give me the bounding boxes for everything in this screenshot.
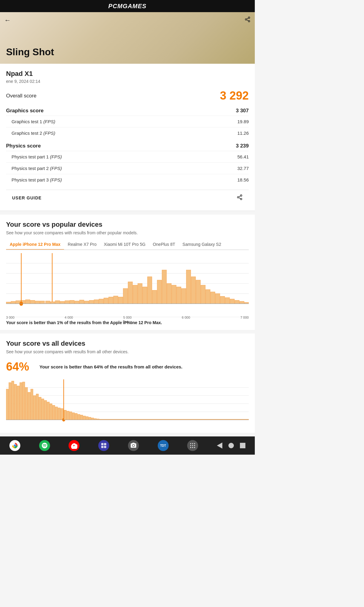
x-axis-label: Score	[6, 320, 249, 324]
comparison-title: Your score vs popular devices	[6, 221, 249, 229]
svg-rect-44	[128, 282, 133, 304]
nav-controls	[217, 443, 245, 449]
svg-point-0	[248, 17, 250, 19]
hero-title: Sling Shot	[6, 46, 54, 58]
overall-score-row: Overall score 3 292	[6, 89, 249, 102]
svg-point-119	[190, 443, 191, 444]
home-nav-button[interactable]	[228, 443, 234, 448]
svg-rect-78	[12, 381, 14, 420]
svg-rect-40	[109, 297, 113, 304]
svg-rect-62	[215, 293, 220, 304]
svg-rect-35	[84, 301, 89, 304]
physics-test1-value: 56.41	[237, 154, 249, 159]
svg-rect-94	[55, 407, 58, 420]
share-button-hero[interactable]	[244, 16, 251, 24]
svg-point-122	[190, 445, 191, 446]
x-label-5000: 5 000	[123, 316, 132, 319]
histogram-svg	[6, 253, 249, 314]
camera-app-icon[interactable]	[128, 440, 139, 451]
svg-rect-49	[152, 290, 157, 304]
svg-line-9	[239, 196, 241, 197]
svg-rect-88	[39, 397, 41, 420]
svg-rect-27	[46, 301, 50, 304]
comparison-section: Your score vs popular devices See how yo…	[0, 215, 255, 330]
recent-nav-button[interactable]	[240, 443, 245, 448]
svg-rect-87	[36, 394, 39, 420]
svg-rect-95	[58, 408, 60, 420]
svg-rect-55	[181, 289, 186, 304]
svg-rect-56	[186, 270, 191, 304]
chrome-app-icon[interactable]	[9, 440, 20, 451]
svg-rect-93	[52, 405, 55, 420]
tab-oneplus8t[interactable]: OnePlus 8T	[149, 239, 179, 250]
svg-rect-39	[104, 298, 108, 304]
svg-rect-90	[44, 400, 47, 420]
svg-rect-52	[167, 283, 171, 304]
svg-point-7	[241, 198, 242, 200]
svg-rect-48	[147, 277, 152, 304]
svg-rect-115	[101, 443, 103, 445]
svg-rect-30	[60, 301, 65, 304]
graphics-label: Graphics score	[6, 108, 44, 114]
svg-point-121	[194, 443, 195, 444]
physics-block: Physics score 3 239 Physics test part 1 …	[6, 143, 249, 185]
physics-header: Physics score 3 239	[6, 143, 249, 149]
popular-device-histogram: 3 000 4 000 5 000 6 000 7 000 Score	[6, 253, 249, 314]
table-row: Graphics test 1 (FPS) 19.89	[6, 116, 249, 127]
tdt-app-icon[interactable]: TDT	[158, 440, 169, 451]
all-devices-section: Your score vs all devices See how your s…	[0, 334, 255, 433]
score-card: Npad X1 ene 9, 2024 02:14 Overall score …	[0, 64, 255, 211]
svg-rect-105	[83, 416, 86, 420]
tab-samsung-s2[interactable]: Samsung Galaxy S2	[179, 239, 225, 250]
tab-iphone12[interactable]: Apple iPhone 12 Pro Max	[6, 239, 64, 250]
device-name: Npad X1	[6, 70, 249, 78]
svg-rect-33	[75, 301, 79, 304]
svg-point-127	[194, 447, 195, 448]
svg-rect-80	[17, 386, 19, 420]
svg-rect-104	[80, 415, 83, 420]
all-devices-subtitle: See how your score compares with results…	[6, 349, 249, 354]
svg-rect-61	[211, 292, 215, 304]
svg-line-8	[239, 198, 241, 198]
table-row: Graphics test 2 (FPS) 11.26	[6, 127, 249, 139]
svg-rect-47	[143, 287, 147, 304]
svg-rect-98	[64, 410, 66, 420]
spotify-app-icon[interactable]	[39, 440, 50, 451]
svg-rect-32	[70, 300, 74, 304]
app-grid-icon[interactable]	[187, 440, 198, 451]
svg-rect-99	[67, 411, 69, 420]
physics-test2-label: Physics test part 2 (FPS)	[12, 166, 62, 171]
svg-rect-17	[6, 302, 11, 304]
svg-rect-107	[89, 417, 91, 420]
percentile-text: Your score is better than 64% of the res…	[39, 364, 249, 369]
svg-rect-41	[113, 296, 118, 304]
back-nav-button[interactable]	[217, 443, 222, 449]
table-row: Physics test part 1 (FPS) 56.41	[6, 151, 249, 162]
physics-test1-label: Physics test part 1 (FPS)	[12, 154, 62, 159]
app1-icon[interactable]	[98, 440, 109, 451]
graphics-test2-label: Graphics test 2 (FPS)	[12, 131, 55, 136]
svg-rect-86	[33, 395, 36, 420]
user-guide-bar[interactable]: USER GUIDE	[6, 190, 249, 206]
svg-rect-23	[35, 301, 40, 304]
svg-rect-42	[118, 297, 123, 304]
svg-point-5	[241, 195, 242, 196]
share-icon-guide[interactable]	[237, 194, 243, 202]
svg-rect-43	[123, 289, 128, 304]
histogram-x-labels: 3 000 4 000 5 000 6 000 7 000	[6, 315, 249, 319]
svg-rect-92	[50, 404, 52, 420]
svg-rect-60	[206, 290, 210, 304]
youtube-app-icon[interactable]	[69, 440, 79, 451]
x-label-4000: 4 000	[65, 316, 73, 319]
svg-point-120	[192, 443, 194, 444]
tab-realmex7[interactable]: Realme X7 Pro	[64, 239, 100, 250]
svg-rect-65	[230, 299, 234, 304]
svg-rect-66	[235, 300, 239, 304]
tab-xiaomi10t[interactable]: Xiaomi Mi 10T Pro 5G	[100, 239, 149, 250]
svg-rect-116	[104, 443, 106, 445]
svg-rect-21	[25, 300, 30, 304]
graphics-header: Graphics score 3 307	[6, 108, 249, 114]
back-button[interactable]: ←	[4, 16, 11, 24]
svg-rect-91	[47, 402, 49, 420]
overall-score-value: 3 292	[220, 89, 249, 102]
